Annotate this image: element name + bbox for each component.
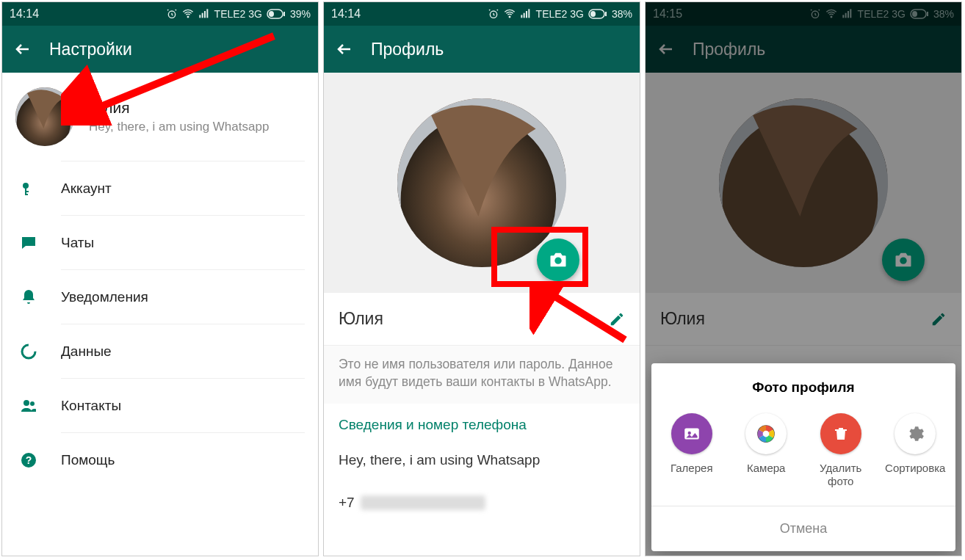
svg-point-1 — [187, 16, 189, 18]
section-about-phone: Сведения и номер телефона — [324, 404, 640, 439]
option-delete[interactable]: Удалить фото — [809, 413, 872, 488]
change-photo-button[interactable] — [537, 239, 579, 281]
profile-name: Юлия — [339, 309, 383, 329]
status-carrier: TELE2 3G — [536, 8, 584, 20]
sheet-title: Фото профиля — [651, 363, 955, 401]
item-account[interactable]: Аккаунт — [61, 161, 305, 215]
header-title: Настройки — [49, 40, 132, 59]
svg-point-16 — [24, 400, 29, 406]
status-battery: 39% — [290, 8, 311, 20]
option-sort[interactable]: Сортировка — [883, 413, 947, 488]
svg-point-32 — [554, 258, 561, 264]
svg-rect-4 — [204, 11, 206, 18]
svg-text:?: ? — [26, 454, 32, 466]
svg-rect-26 — [528, 9, 530, 18]
option-label: Галерея — [660, 462, 723, 475]
svg-rect-8 — [283, 12, 285, 16]
back-icon[interactable] — [14, 40, 32, 58]
svg-rect-2 — [199, 15, 200, 18]
photo-action-sheet: Фото профиля Галерея Камера Удалить фото… — [651, 363, 955, 551]
svg-point-11 — [23, 183, 29, 189]
name-hint: Это не имя пользователя или пароль. Данн… — [324, 346, 640, 404]
edit-icon[interactable] — [609, 311, 625, 327]
gallery-icon — [671, 413, 712, 454]
item-label: Помощь — [61, 452, 115, 468]
photo-block — [324, 73, 640, 293]
header-title: Профиль — [371, 40, 444, 59]
item-label: Чаты — [61, 235, 94, 251]
status-carrier: TELE2 3G — [214, 8, 262, 20]
option-camera[interactable]: Камера — [734, 413, 798, 488]
alarm-icon — [488, 8, 499, 20]
back-icon[interactable] — [336, 40, 353, 58]
profile-name: Юлия — [89, 99, 269, 117]
option-label: Удалить фото — [809, 462, 872, 488]
battery-icon — [588, 9, 607, 19]
svg-rect-7 — [269, 11, 274, 17]
item-label: Аккаунт — [61, 181, 112, 197]
phone-masked — [361, 495, 485, 510]
phone-prefix: +7 — [339, 495, 355, 511]
svg-rect-3 — [201, 13, 203, 18]
about-text[interactable]: Hey, there, i am using Whatsapp — [324, 439, 640, 481]
svg-rect-23 — [521, 15, 522, 18]
item-data[interactable]: Данные — [61, 324, 305, 378]
chat-icon — [20, 234, 37, 252]
sheet-cancel[interactable]: Отмена — [651, 506, 955, 551]
option-label: Сортировка — [883, 462, 947, 475]
status-bar: 14:14 TELE2 3G 38% — [324, 2, 640, 26]
app-header: Профиль — [324, 26, 640, 73]
svg-point-22 — [509, 16, 510, 18]
item-notifications[interactable]: Уведомления — [61, 269, 305, 324]
status-time: 14:14 — [10, 7, 39, 21]
profile-meta: Юлия Hey, there, i am using Whatsapp — [89, 99, 269, 134]
camera-icon — [745, 413, 787, 454]
battery-icon — [267, 9, 286, 19]
svg-point-47 — [687, 432, 690, 434]
svg-rect-5 — [206, 9, 208, 18]
profile-status: Hey, there, i am using Whatsapp — [89, 120, 269, 134]
wifi-icon — [504, 8, 516, 20]
item-label: Данные — [61, 343, 112, 360]
option-gallery[interactable]: Галерея — [660, 413, 723, 488]
app-header: Настройки — [2, 26, 318, 73]
status-bar: 14:14 TELE2 3G 39% — [2, 2, 318, 26]
alarm-icon — [166, 8, 178, 20]
svg-point-15 — [22, 345, 35, 358]
contacts-icon — [20, 397, 37, 415]
svg-rect-29 — [605, 12, 607, 16]
settings-list: Аккаунт Чаты Уведомления Данные Контакты… — [2, 161, 318, 487]
wifi-icon — [182, 8, 194, 20]
help-icon: ? — [20, 451, 37, 469]
key-icon — [20, 180, 37, 197]
svg-rect-28 — [590, 11, 596, 17]
screen-profile: 14:14 TELE2 3G 38% Профиль Юлия Это не и… — [323, 1, 640, 556]
status-right: TELE2 3G 38% — [488, 8, 632, 20]
trash-icon — [820, 413, 861, 454]
sheet-options: Галерея Камера Удалить фото Сортировка — [651, 401, 955, 506]
svg-rect-24 — [523, 13, 524, 18]
item-label: Контакты — [61, 398, 121, 414]
avatar — [15, 87, 74, 146]
item-contacts[interactable]: Контакты — [61, 378, 305, 432]
screen-profile-sheet: 14:15 TELE2 3G 38% Профиль Юлия — [645, 1, 962, 556]
option-label: Камера — [734, 462, 798, 475]
bell-icon — [20, 288, 37, 306]
signal-icon — [520, 8, 532, 20]
profile-row[interactable]: Юлия Hey, there, i am using Whatsapp — [2, 73, 318, 161]
screen-settings: 14:14 TELE2 3G 39% Настройки Юлия Hey, t… — [1, 1, 319, 556]
data-icon — [20, 343, 37, 360]
item-label: Уведомления — [61, 289, 148, 305]
name-row[interactable]: Юлия — [324, 293, 640, 346]
svg-rect-14 — [25, 194, 28, 195]
status-time: 14:14 — [331, 7, 361, 21]
svg-point-17 — [30, 401, 35, 406]
status-battery: 38% — [612, 8, 632, 20]
avatar-large[interactable] — [397, 98, 566, 267]
item-help[interactable]: ? Помощь — [61, 432, 305, 487]
gear-icon — [894, 413, 936, 454]
signal-icon — [198, 8, 210, 20]
svg-point-49 — [763, 431, 770, 437]
phone-number[interactable]: +7 — [324, 481, 640, 524]
item-chats[interactable]: Чаты — [61, 215, 305, 269]
